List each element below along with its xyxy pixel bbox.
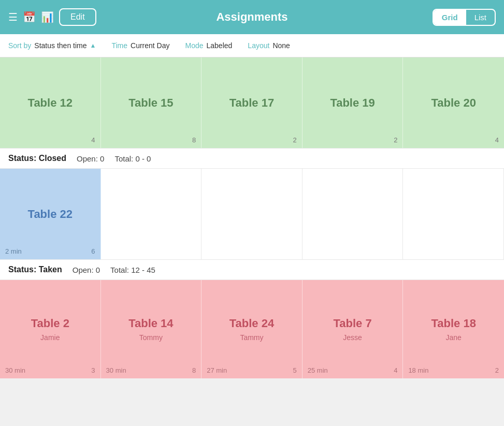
table-card-7[interactable]: Table 7 Jesse 25 min 4 xyxy=(303,280,404,378)
layout-filter[interactable]: Layout None xyxy=(248,41,290,50)
table-card-12[interactable]: Table 12 4 xyxy=(0,57,101,148)
grid-toggle-button[interactable]: Grid xyxy=(434,10,466,25)
taken-tables-grid: Table 22 2 min 6 xyxy=(0,169,504,260)
mode-label: Mode xyxy=(185,41,203,50)
table-22-seats: 6 xyxy=(91,247,95,255)
table-card-20[interactable]: Table 20 4 xyxy=(403,57,504,148)
sort-arrow-icon: ▲ xyxy=(90,42,96,49)
table-18-seats: 2 xyxy=(495,366,499,374)
mode-filter[interactable]: Mode Labeled xyxy=(185,41,232,50)
table-19-name: Table 19 xyxy=(330,96,375,110)
table-card-18[interactable]: Table 18 Jane 18 min 2 xyxy=(403,280,504,378)
taken-total-info: Total: 12 - 45 xyxy=(110,266,155,274)
filter-bar: Sort by Status then time ▲ Time Current … xyxy=(0,34,504,57)
table-14-time: 30 min xyxy=(106,366,126,374)
closed-open-info: Open: 0 xyxy=(77,154,104,163)
table-2-server: Jamie xyxy=(40,333,60,342)
table-card-24[interactable]: Table 24 Tammy 27 min 5 xyxy=(201,280,303,378)
chart-icon: 📊 xyxy=(41,11,54,23)
table-7-name: Table 7 xyxy=(334,317,372,330)
table-17-seats: 2 xyxy=(293,136,297,144)
closed-total-info: Total: 0 - 0 xyxy=(114,154,151,163)
active-tables-grid: Table 2 Jamie 30 min 3 Table 14 Tommy 30… xyxy=(0,280,504,378)
mode-value: Labeled xyxy=(207,41,233,50)
layout-label: Layout xyxy=(248,41,269,50)
table-card-22[interactable]: Table 22 2 min 6 xyxy=(0,169,101,259)
table-15-name: Table 15 xyxy=(128,96,173,110)
table-14-seats: 8 xyxy=(192,366,196,374)
table-22-name: Table 22 xyxy=(28,208,73,221)
closed-tables-grid: Table 12 4 Table 15 8 Table 17 2 Table 1… xyxy=(0,57,504,149)
time-value: Current Day xyxy=(131,41,169,50)
taken-status-row: Status: Taken Open: 0 Total: 12 - 45 xyxy=(0,260,504,280)
sort-label: Sort by xyxy=(8,41,31,50)
sort-value: Status then time xyxy=(34,41,87,50)
calendar-icon: 📅 xyxy=(23,11,36,23)
table-18-name: Table 18 xyxy=(431,317,476,330)
table-12-seats: 4 xyxy=(91,136,95,144)
table-14-server: Tommy xyxy=(139,333,163,342)
toggle-group: Grid List xyxy=(433,9,496,26)
table-2-name: Table 2 xyxy=(31,317,69,330)
table-14-name: Table 14 xyxy=(128,317,173,330)
table-2-seats: 3 xyxy=(91,366,95,374)
table-24-seats: 5 xyxy=(293,366,297,374)
taken-status-label: Status: Taken xyxy=(8,265,62,274)
taken-open-info: Open: 0 xyxy=(73,266,100,274)
page-title: Assignments xyxy=(216,10,287,24)
table-24-server: Tammy xyxy=(240,333,263,342)
view-toggle: Grid List xyxy=(433,9,496,26)
table-20-name: Table 20 xyxy=(431,96,476,110)
empty-cell-2 xyxy=(201,169,303,259)
time-filter[interactable]: Time Current Day xyxy=(111,41,169,50)
table-2-time: 30 min xyxy=(5,366,25,374)
empty-cell-3 xyxy=(303,169,404,259)
list-toggle-button[interactable]: List xyxy=(466,10,495,25)
table-15-seats: 8 xyxy=(192,136,196,144)
table-24-name: Table 24 xyxy=(229,317,274,330)
list-icon: ☰ xyxy=(8,11,18,23)
app-header: ☰ 📅 📊 Edit Assignments Grid List xyxy=(0,0,504,34)
empty-cell-4 xyxy=(403,169,504,259)
table-card-14[interactable]: Table 14 Tommy 30 min 8 xyxy=(101,280,202,378)
table-card-15[interactable]: Table 15 8 xyxy=(101,57,202,148)
table-18-server: Jane xyxy=(446,333,462,342)
table-card-2[interactable]: Table 2 Jamie 30 min 3 xyxy=(0,280,101,378)
table-24-time: 27 min xyxy=(207,366,227,374)
table-22-time: 2 min xyxy=(5,247,22,255)
table-7-seats: 4 xyxy=(394,366,397,374)
header-left: ☰ 📅 📊 Edit xyxy=(8,8,96,26)
empty-cell-1 xyxy=(101,169,202,259)
closed-status-row: Status: Closed Open: 0 Total: 0 - 0 xyxy=(0,149,504,169)
table-7-server: Jesse xyxy=(343,333,362,342)
table-12-name: Table 12 xyxy=(28,96,73,110)
time-label: Time xyxy=(111,41,127,50)
table-17-name: Table 17 xyxy=(229,96,274,110)
sort-filter[interactable]: Sort by Status then time ▲ xyxy=(8,41,96,50)
table-20-seats: 4 xyxy=(495,136,499,144)
table-18-time: 18 min xyxy=(408,366,428,374)
layout-value: None xyxy=(272,41,290,50)
table-7-time: 25 min xyxy=(308,366,328,374)
table-19-seats: 2 xyxy=(394,136,397,144)
edit-button[interactable]: Edit xyxy=(59,8,96,26)
table-card-19[interactable]: Table 19 2 xyxy=(303,57,404,148)
closed-status-label: Status: Closed xyxy=(8,154,66,163)
table-card-17[interactable]: Table 17 2 xyxy=(201,57,303,148)
